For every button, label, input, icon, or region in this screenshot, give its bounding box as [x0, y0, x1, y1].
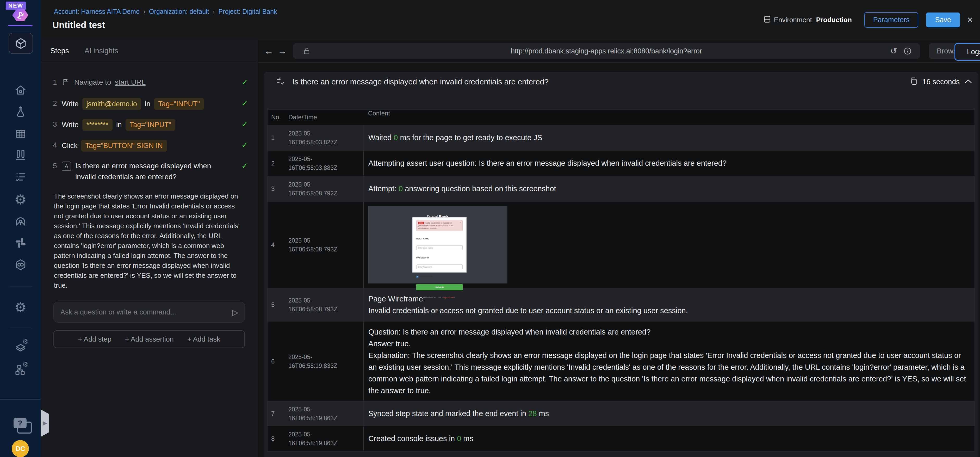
assertion-badge: A — [62, 162, 71, 171]
url-text: http://prod.dbank.staging-apps.relicx.ai… — [511, 47, 702, 55]
table-row: 12025-05-16T06:58:03.827ZWaited 0 ms for… — [267, 125, 975, 151]
step-value-chip: jsmith@demo.io — [82, 98, 141, 110]
start-url-link[interactable]: start URL — [115, 77, 146, 88]
mini-login-card: ErrorInvalid credentials or access not g… — [412, 217, 466, 272]
info-icon[interactable] — [904, 47, 912, 56]
forward-arrow-icon[interactable]: → — [275, 46, 289, 57]
environment-value[interactable]: Production — [816, 16, 852, 24]
mini-checkbox: ✓ — [416, 275, 418, 278]
checklist-icon — [14, 171, 27, 183]
mini-signup-row: Don't have account ? Sign Up Here — [416, 291, 463, 303]
mini-signin-button: SIGN IN — [416, 284, 463, 290]
assertion-check-icon — [276, 77, 285, 86]
lock-open-icon — [303, 47, 311, 57]
breadcrumb-organization[interactable]: Organization: default — [149, 8, 209, 15]
step-selector-chip: Tag="BUTTON" SIGN IN — [81, 140, 167, 152]
environment-icon — [763, 15, 772, 24]
breadcrumb-separator: › — [143, 8, 145, 15]
parameters-button[interactable]: Parameters — [864, 12, 918, 28]
step-row-1[interactable]: 1 Navigate to start URL ✓ — [41, 77, 258, 89]
log-row-content: Waited 0 ms for the page to get ready to… — [363, 125, 975, 150]
sidebar-item-project-settings[interactable]: ⚙ — [0, 300, 41, 315]
sidebar-item-settings[interactable]: ⚙ — [0, 192, 41, 207]
send-icon[interactable]: ▷ — [232, 308, 239, 317]
close-icon[interactable]: × — [967, 15, 973, 24]
sidebar-item-grid[interactable] — [0, 128, 41, 140]
log-row-datetime: 2025-05-16T06:58:03.883Z — [284, 154, 363, 172]
flask-icon — [14, 106, 27, 118]
breadcrumb-account[interactable]: Account: Harness AITA Demo — [54, 8, 140, 15]
step-row-4[interactable]: 4 Click Tag="BUTTON" SIGN IN ✓ — [41, 140, 258, 152]
step-row-3[interactable]: 3 Write ******** in Tag="INPUT" ✓ — [41, 119, 258, 131]
chevron-up-icon[interactable] — [964, 79, 972, 85]
sidebar-item-layers[interactable]: ⚙ — [0, 340, 41, 355]
add-task-button[interactable]: + Add task — [187, 335, 220, 343]
logs-button[interactable]: Logs — [955, 43, 980, 61]
sidebar-item-checklist[interactable] — [0, 171, 41, 183]
mini-help-link: Click here for help (F3) — [416, 304, 463, 316]
column-no: No. — [267, 114, 284, 121]
steps-list: 1 Navigate to start URL ✓ 2 Write jsmith… — [41, 77, 258, 182]
mini-remember-row: ✓ Remember Me — [416, 271, 463, 282]
user-avatar[interactable]: DC — [12, 440, 29, 457]
mini-error-banner: ErrorInvalid credentials or access not g… — [416, 220, 463, 231]
back-arrow-icon[interactable]: ← — [262, 46, 275, 57]
step-row-5[interactable]: 5 A Is there an error message displayed … — [41, 161, 258, 182]
rail-divider — [9, 287, 32, 287]
add-step-button[interactable]: + Add step — [78, 335, 111, 343]
mini-close-icon: × — [460, 221, 461, 224]
sidebar-item-lab[interactable] — [0, 106, 41, 118]
log-row-number: 4 — [267, 241, 284, 248]
copy-icon[interactable] — [909, 77, 918, 87]
slack-icon — [14, 237, 27, 249]
sidebar-item-test-studio[interactable] — [9, 33, 33, 54]
step-number: 3 — [53, 119, 62, 130]
log-row-datetime: 2025-05-16T06:58:03.827Z — [284, 129, 363, 146]
log-row-number: 2 — [267, 160, 284, 167]
tab-steps[interactable]: Steps — [50, 47, 69, 55]
log-row-datetime: 2025-05-16T06:58:08.792Z — [284, 180, 363, 198]
panel-expand-handle[interactable]: ▶ — [41, 409, 49, 437]
save-button[interactable]: Save — [926, 13, 960, 27]
sidebar-item-home[interactable] — [0, 84, 41, 96]
log-row-number: 6 — [267, 358, 284, 365]
tab-ai-insights[interactable]: AI insights — [85, 47, 118, 55]
left-nav-rail: NEW ⚙ — [0, 0, 41, 457]
breadcrumb-project[interactable]: Project: Digital Bank — [218, 8, 277, 15]
step-conjunction: in — [116, 119, 122, 130]
add-assertion-button[interactable]: + Add assertion — [125, 335, 174, 343]
step-value-chip: ******** — [82, 119, 113, 131]
log-row-number: 8 — [267, 435, 284, 443]
mini-password-input: Enter Password — [416, 264, 463, 269]
step-success-check-icon: ✓ — [237, 98, 248, 109]
page-title: Untitled test — [52, 20, 105, 30]
sidebar-item-test-tubes[interactable] — [0, 148, 41, 162]
aita-logo-icon[interactable] — [12, 9, 29, 21]
table-row: 32025-05-16T06:58:08.792ZAttempt: 0 answ… — [267, 176, 975, 202]
mini-error-badge: Error — [418, 222, 424, 225]
help-area[interactable]: ? DC — [0, 400, 41, 457]
command-input[interactable] — [60, 308, 232, 317]
screenshot-thumbnail[interactable]: Digital Bank ErrorInvalid credentials or… — [368, 206, 507, 283]
step-number: 4 — [53, 140, 62, 151]
step-selector-chip: Tag="INPUT" — [154, 98, 204, 110]
assertion-question-text: Is there an error message displayed when… — [292, 77, 549, 86]
assertion-result-header[interactable]: Is there an error message displayed when… — [264, 72, 978, 92]
breadcrumb-separator: › — [213, 8, 215, 15]
sidebar-item-integrations[interactable] — [0, 237, 41, 249]
log-row-number: 3 — [267, 185, 284, 193]
step-row-2[interactable]: 2 Write jsmith@demo.io in Tag="INPUT" ✓ — [41, 98, 258, 110]
add-actions-bar: + Add step + Add assertion + Add task — [53, 330, 245, 348]
gear-icon: ⚙ — [14, 301, 27, 314]
step-action: Write — [62, 99, 79, 110]
url-bar[interactable]: http://prod.dbank.staging-apps.relicx.ai… — [293, 43, 920, 59]
step-number: 2 — [53, 98, 62, 109]
gear-icon: ⚙ — [14, 193, 27, 206]
log-row-datetime: 2025-05-16T06:58:19.863Z — [284, 430, 363, 447]
sidebar-item-harness[interactable] — [0, 258, 41, 271]
refresh-icon[interactable]: ↺ — [890, 46, 897, 56]
sidebar-item-agents[interactable] — [0, 215, 41, 227]
browser-nav-bar: ← → http://prod.dbank.staging-apps.relic… — [258, 40, 980, 62]
sidebar-item-org-structure[interactable]: ⚙ — [0, 363, 41, 378]
table-row: 52025-05-16T06:58:08.793ZPage Wireframe:… — [267, 288, 975, 322]
